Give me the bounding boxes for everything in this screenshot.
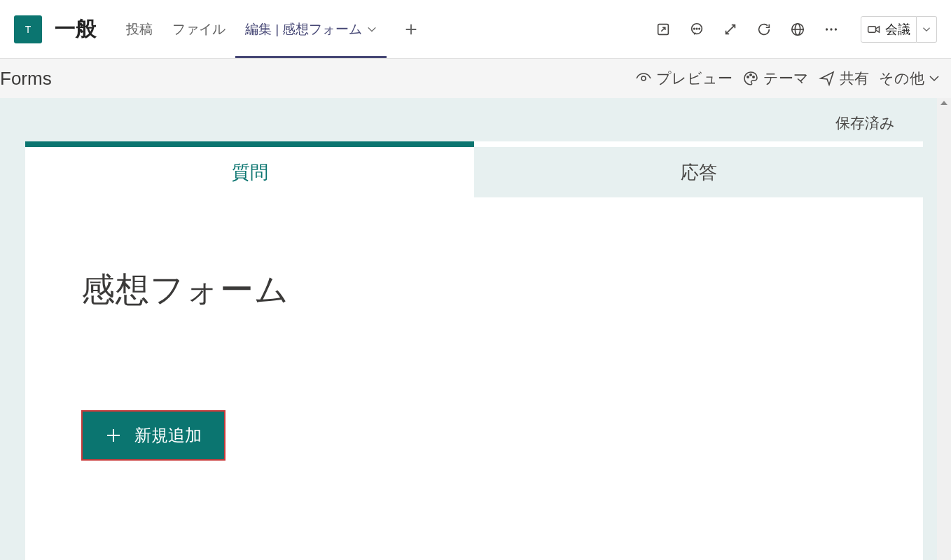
expand-icon[interactable] [721, 20, 740, 39]
form-tab-responses[interactable]: 応答 [474, 147, 923, 197]
svg-rect-10 [868, 26, 876, 31]
svg-point-12 [747, 76, 749, 78]
chevron-down-icon[interactable] [367, 24, 377, 34]
form-tabs: 質問 応答 [25, 147, 923, 197]
form-title[interactable]: 感想フォーム [81, 267, 867, 312]
channel-tabs: 投稿 ファイル 編集 | 感想フォーム [116, 0, 419, 58]
svg-point-11 [641, 76, 646, 80]
svg-point-14 [753, 76, 754, 78]
tab-files[interactable]: ファイル [162, 0, 235, 58]
saved-status: 保存済み [835, 113, 895, 133]
popout-icon[interactable] [653, 20, 673, 39]
teams-header: T 一般 投稿 ファイル 編集 | 感想フォーム [0, 0, 951, 59]
meet-button[interactable]: 会議 [861, 16, 917, 43]
more-icon[interactable] [821, 20, 841, 39]
meet-dropdown[interactable] [917, 16, 937, 43]
form-body: 感想フォーム 新規追加 [25, 197, 923, 560]
chat-icon[interactable] [687, 20, 707, 39]
svg-point-9 [835, 28, 837, 30]
svg-point-2 [694, 28, 695, 29]
form-tab-questions[interactable]: 質問 [25, 147, 474, 197]
team-avatar[interactable]: T [14, 15, 42, 43]
form-card: 質問 応答 感想フォーム 新規追加 [25, 141, 923, 560]
plus-icon [105, 427, 122, 444]
theme-button[interactable]: テーマ [742, 69, 809, 88]
form-accent-bar [25, 141, 474, 147]
theme-label: テーマ [763, 69, 809, 88]
add-tab-button[interactable] [403, 22, 419, 37]
preview-button[interactable]: プレビュー [635, 69, 733, 88]
svg-point-4 [699, 28, 700, 29]
tab-posts[interactable]: 投稿 [116, 0, 162, 58]
forms-content-area: 保存済み 質問 応答 感想フォーム 新規追加 [0, 98, 951, 560]
header-actions: 会議 [653, 16, 937, 43]
svg-point-3 [696, 28, 697, 29]
svg-point-7 [826, 28, 828, 30]
other-label: その他 [879, 69, 924, 88]
channel-name: 一般 [55, 15, 97, 43]
add-new-label: 新規追加 [134, 424, 202, 447]
add-new-button[interactable]: 新規追加 [81, 410, 225, 461]
share-label: 共有 [840, 69, 869, 88]
forms-toolbar: Forms プレビュー テーマ 共有 その他 [0, 59, 951, 98]
tab-edit-form-label: 編集 | 感想フォーム [245, 20, 363, 38]
other-button[interactable]: その他 [879, 69, 940, 88]
svg-point-13 [750, 74, 751, 76]
forms-app-name: Forms [0, 68, 52, 90]
refresh-icon[interactable] [754, 20, 774, 39]
svg-point-8 [830, 28, 832, 30]
meet-button-label: 会議 [885, 21, 910, 38]
meet-button-group: 会議 [861, 16, 937, 43]
globe-icon[interactable] [788, 20, 807, 39]
scroll-up-icon[interactable] [940, 101, 947, 105]
scrollbar[interactable] [937, 98, 951, 560]
preview-label: プレビュー [656, 69, 733, 88]
team-avatar-letter: T [25, 24, 32, 35]
share-button[interactable]: 共有 [819, 69, 869, 88]
forms-actions: プレビュー テーマ 共有 その他 [635, 69, 940, 88]
tab-edit-form[interactable]: 編集 | 感想フォーム [235, 0, 387, 58]
